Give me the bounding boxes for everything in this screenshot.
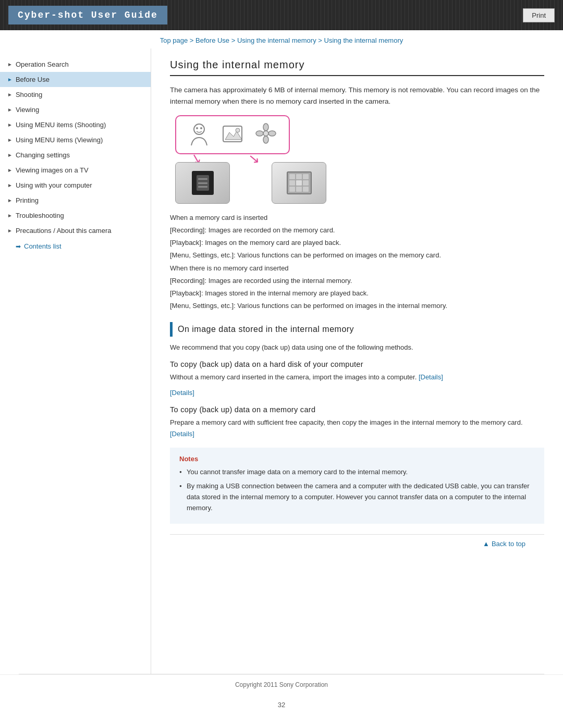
notes-item-0: You cannot transfer image data on a memo… xyxy=(179,467,535,478)
breadcrumb: Top page > Before Use > Using the intern… xyxy=(0,30,563,48)
svg-point-6 xyxy=(263,124,268,131)
sidebar-label-before-use: Before Use xyxy=(16,76,50,83)
svg-point-5 xyxy=(263,131,268,136)
desc-line-7: [Menu, Settings, etc.]: Various function… xyxy=(170,300,544,312)
sidebar-label-menu-shooting: Using MENU items (Shooting) xyxy=(16,121,106,129)
sidebar-item-before-use[interactable]: ► Before Use xyxy=(0,72,151,87)
print-button[interactable]: Print xyxy=(523,8,555,22)
notes-list: You cannot transfer image data on a memo… xyxy=(179,467,535,513)
desc-line-0: When a memory card is inserted xyxy=(170,212,544,224)
arrow-icon-changing-settings: ► xyxy=(7,152,13,158)
sidebar-label-using-computer: Using with your computer xyxy=(16,181,92,189)
internal-memory-icon xyxy=(287,171,312,194)
copyright-text: Copyright 2011 Sony Corporation xyxy=(235,681,328,688)
sidebar-item-using-menu-viewing[interactable]: ► Using MENU items (Viewing) xyxy=(0,132,151,147)
sidebar-label-viewing-tv: Viewing images on a TV xyxy=(16,166,89,174)
sidebar-label-changing-settings: Changing settings xyxy=(16,151,70,159)
intro-paragraph: The camera has approximately 6 MB of int… xyxy=(170,84,544,107)
landscape-photo-icon xyxy=(222,122,243,148)
contents-list-label: Contents list xyxy=(24,242,62,250)
breadcrumb-using-internal-1[interactable]: Using the internal memory xyxy=(237,36,316,44)
footer-nav: ▲ Back to top xyxy=(170,534,544,553)
arrow-icon-troubleshooting: ► xyxy=(7,213,13,218)
desc-line-1: [Recording]: Images are recorded on the … xyxy=(170,225,544,236)
breadcrumb-using-internal-2[interactable]: Using the internal memory xyxy=(324,36,403,44)
sidebar-item-precautions[interactable]: ► Precautions / About this camera xyxy=(0,223,151,238)
sidebar-item-viewing-tv[interactable]: ► Viewing images on a TV xyxy=(0,163,151,178)
arrow-icon-viewing: ► xyxy=(7,107,13,113)
header: Cyber-shot User Guide Print xyxy=(0,0,563,30)
sidebar-label-menu-viewing: Using MENU items (Viewing) xyxy=(16,136,103,144)
breadcrumb-top[interactable]: Top page xyxy=(160,36,188,44)
arrow-right-icon: ↘ xyxy=(248,150,261,167)
desc-line-3: [Menu, Settings, etc.]: Various function… xyxy=(170,250,544,261)
arrow-icon-menu-viewing: ► xyxy=(7,137,13,143)
section2-details-link-2[interactable]: [Details] xyxy=(170,389,194,397)
memory-card-icon xyxy=(192,171,214,195)
sidebar-label-precautions: Precautions / About this camera xyxy=(16,227,112,235)
arrow-icon-shooting: ► xyxy=(7,92,13,97)
desc-line-4: When there is no memory card inserted xyxy=(170,263,544,274)
photo-frame xyxy=(175,115,290,154)
sidebar-item-using-menu-shooting[interactable]: ► Using MENU items (Shooting) xyxy=(0,117,151,132)
notes-item-1: By making a USB connection between the c… xyxy=(179,481,535,513)
contents-list-link[interactable]: ➡ Contents list xyxy=(0,238,151,254)
sidebar-item-using-computer[interactable]: ► Using with your computer xyxy=(0,178,151,193)
camera-illustration: ↘ ↘ xyxy=(175,115,352,204)
section2-details-link-1[interactable]: [Details] xyxy=(419,373,443,381)
person-photo-icon xyxy=(189,122,210,148)
section1-body: We recommend that you copy (back up) dat… xyxy=(170,342,544,353)
contents-list-arrow-icon: ➡ xyxy=(16,243,21,250)
notes-title: Notes xyxy=(179,455,535,463)
sidebar-item-viewing[interactable]: ► Viewing xyxy=(0,102,151,117)
sidebar: ► Operation Search ► Before Use ► Shooti… xyxy=(0,48,151,674)
svg-point-4 xyxy=(236,128,240,132)
sidebar-item-operation-search[interactable]: ► Operation Search xyxy=(0,57,151,72)
arrow-icon-printing: ► xyxy=(7,198,13,203)
section1-header: On image data stored in the internal mem… xyxy=(170,322,544,337)
svg-point-1 xyxy=(196,127,198,129)
sidebar-label-troubleshooting: Troubleshooting xyxy=(16,212,64,219)
camera-internal xyxy=(272,162,326,204)
sidebar-item-shooting[interactable]: ► Shooting xyxy=(0,87,151,102)
arrow-icon-using-computer: ► xyxy=(7,182,13,188)
notes-box: Notes You cannot transfer image data on … xyxy=(170,448,544,524)
section2-body-text: Without a memory card inserted in the ca… xyxy=(170,373,419,381)
desc-line-5: [Recording]: Images are recorded using t… xyxy=(170,275,544,287)
page-number: 32 xyxy=(0,695,563,715)
sidebar-item-changing-settings[interactable]: ► Changing settings xyxy=(0,147,151,163)
blue-bar-icon xyxy=(170,322,173,337)
section3-details-link[interactable]: [Details] xyxy=(170,430,194,438)
arrow-icon-operation-search: ► xyxy=(7,61,13,67)
breadcrumb-before-use[interactable]: Before Use xyxy=(195,36,229,44)
footer: Copyright 2011 Sony Corporation xyxy=(0,674,563,695)
sidebar-item-printing[interactable]: ► Printing xyxy=(0,193,151,208)
section3-body: Prepare a memory card with sufficient fr… xyxy=(170,417,544,439)
back-to-top-triangle-icon: ▲ xyxy=(483,540,489,548)
section2-title: To copy (back up) data on a hard disk of… xyxy=(170,360,544,368)
svg-point-7 xyxy=(263,136,268,143)
arrow-icon-menu-shooting: ► xyxy=(7,122,13,128)
app-title: Cyber-shot User Guide xyxy=(8,6,167,24)
main-layout: ► Operation Search ► Before Use ► Shooti… xyxy=(0,48,563,674)
sidebar-label-viewing: Viewing xyxy=(16,106,39,114)
section3-title: To copy (back up) data on a memory card xyxy=(170,405,544,414)
svg-point-8 xyxy=(256,131,263,136)
description-block: When a memory card is inserted [Recordin… xyxy=(170,212,544,312)
section2-body: Without a memory card inserted in the ca… xyxy=(170,372,544,382)
sidebar-label-operation-search: Operation Search xyxy=(16,60,69,68)
arrow-icon-precautions: ► xyxy=(7,228,13,233)
section3-body-text: Prepare a memory card with sufficient fr… xyxy=(170,418,523,426)
svg-point-0 xyxy=(194,124,204,134)
page-title: Using the internal memory xyxy=(170,59,544,76)
section2-details-2: [Details] xyxy=(170,387,544,398)
desc-line-6: [Playback]: Images stored in the interna… xyxy=(170,288,544,299)
desc-line-2: [Playback]: Images on the memory card ar… xyxy=(170,237,544,249)
back-to-top-link[interactable]: ▲ Back to top xyxy=(483,540,525,548)
sidebar-label-printing: Printing xyxy=(16,196,39,204)
svg-point-2 xyxy=(200,127,202,129)
flower-photo-icon xyxy=(255,122,276,148)
sidebar-item-troubleshooting[interactable]: ► Troubleshooting xyxy=(0,208,151,223)
svg-point-9 xyxy=(268,131,276,136)
content-area: Using the internal memory The camera has… xyxy=(151,48,563,674)
